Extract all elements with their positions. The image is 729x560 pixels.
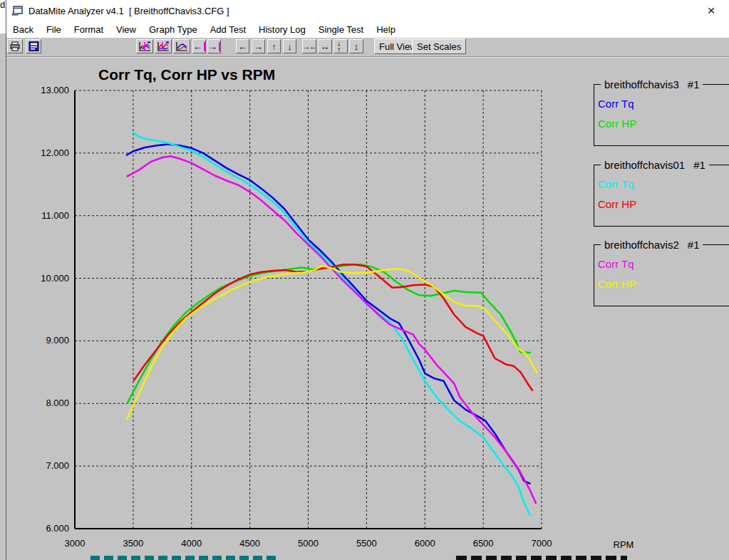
x-tick-6500: 6500	[460, 538, 506, 549]
legend-title: breithoffchavis2#1	[601, 239, 703, 251]
curve-breithoffchavis01-corr-hp	[134, 264, 532, 390]
x-tick-6000: 6000	[402, 538, 448, 549]
x-tick-7000: 7000	[519, 538, 564, 549]
curve-breithoffchavis2-corr-hp	[127, 266, 537, 419]
legend-entry-corr-hp: Corr HP	[598, 118, 636, 130]
legend-title: breithoffchavis01#1	[601, 159, 709, 171]
y-tick-11: 11.000	[25, 210, 69, 221]
x-tick-3500: 3500	[110, 538, 156, 549]
x-tick-5000: 5000	[286, 538, 331, 549]
clipped-text-right	[456, 556, 627, 560]
curve-breithoffchavis3-corr-tq	[127, 145, 530, 484]
y-tick-10: 10.000	[25, 273, 69, 284]
curve-breithoffchavis2-corr-tq	[128, 156, 536, 503]
legend-box-breithoffchavis3: breithoffchavis3#1Corr TqCorr HP	[594, 84, 729, 146]
legend-box-breithoffchavis01: breithoffchavis01#1Corr TqCorr HP	[594, 165, 729, 227]
curve-breithoffchavis01-corr-tq	[133, 133, 530, 515]
x-tick-4500: 4500	[227, 538, 273, 549]
legend-entry-corr-tq: Corr Tq	[598, 258, 634, 270]
x-tick-3000: 3000	[52, 538, 98, 549]
clipped-text-left	[91, 556, 276, 560]
x-tick-5500: 5500	[343, 538, 389, 549]
x-tick-4000: 4000	[169, 538, 214, 549]
y-tick-7: 7.000	[25, 460, 69, 471]
y-tick-8: 8.000	[25, 398, 69, 408]
x-axis-label: RPM	[602, 539, 645, 550]
legend-entry-corr-tq: Corr Tq	[598, 98, 634, 110]
curve-breithoffchavis3-corr-hp	[128, 264, 530, 403]
y-tick-6: 6.000	[25, 523, 69, 534]
legend-entry-corr-tq: Corr Tq	[598, 178, 634, 190]
y-tick-13: 13.000	[25, 85, 69, 95]
legend-entry-corr-hp: Corr HP	[598, 198, 636, 210]
y-tick-12: 12.000	[25, 147, 69, 158]
legend-title: breithoffchavis3#1	[601, 78, 703, 90]
y-tick-9: 9.000	[25, 335, 69, 346]
legend-entry-corr-hp: Corr HP	[598, 278, 636, 290]
legend-box-breithoffchavis2: breithoffchavis2#1Corr TqCorr HP	[594, 244, 729, 306]
